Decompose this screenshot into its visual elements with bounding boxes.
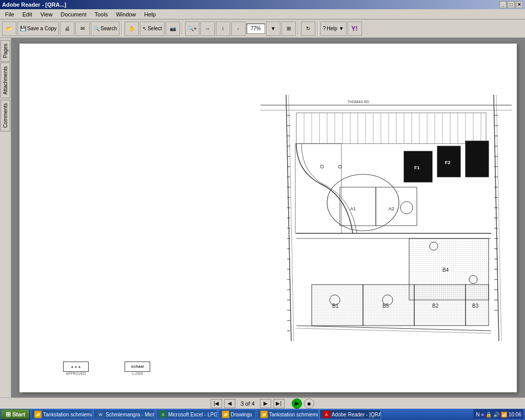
stamp-right: schaal 1-2506: [122, 362, 153, 377]
cursor-icon: ↖: [143, 26, 147, 31]
word-icon: W: [97, 411, 104, 418]
select-label: Select: [148, 26, 162, 31]
taskbar-label-2: Microsoft Excel - LPG Sc...: [168, 412, 217, 417]
window-controls: _ □ ✕: [499, 1, 523, 8]
svg-point-86: [400, 202, 413, 214]
taskbar-item-3[interactable]: 📁 Drawings: [218, 409, 256, 419]
rotate-button[interactable]: ↻: [301, 22, 315, 36]
help-label: Help ▼: [327, 26, 344, 31]
taskbar-item-0[interactable]: 📁 Tankstation schmieman ...: [31, 409, 92, 419]
separator-3: [298, 23, 299, 35]
taskbar-label-0: Tankstation schmieman ...: [43, 412, 92, 417]
svg-rect-82: [340, 187, 376, 226]
separator-4: [317, 23, 318, 35]
zoom-input[interactable]: [247, 24, 265, 34]
save-copy-button[interactable]: 💾 Save a Copy: [17, 22, 59, 36]
menu-help[interactable]: Help: [141, 10, 159, 18]
last-page-button[interactable]: ▶|: [273, 399, 285, 408]
stamp-right-text: 1-2506: [132, 372, 143, 375]
yahoo-button[interactable]: Y!: [348, 22, 362, 36]
taskbar-label-5: Adobe Reader - [QRA...: [332, 412, 381, 417]
taskbar-item-4[interactable]: 📁 Tankstation schmieman ...: [257, 409, 318, 419]
svg-text:B4: B4: [442, 267, 449, 273]
minimize-button[interactable]: _: [499, 1, 507, 8]
svg-text:A1: A1: [350, 206, 356, 211]
rotate-icon: ↻: [306, 26, 310, 31]
stamp-logo-right: schaal: [125, 362, 150, 372]
select-button[interactable]: ↖ Select: [140, 22, 165, 36]
document-page: THOMAS RD: [19, 44, 517, 392]
zoom-out2-button[interactable]: -: [231, 22, 246, 36]
email-icon: ✉: [80, 26, 85, 31]
plus-icon: ▼: [271, 26, 276, 31]
titlebar: Adobe Reader - [QRA...] _ □ ✕: [0, 0, 525, 9]
svg-text:B2: B2: [432, 303, 439, 309]
taskbar-items: 📁 Tankstation schmieman ... W Schmiemang…: [31, 409, 472, 419]
pages-tab[interactable]: Pages: [1, 40, 10, 62]
hand-icon: ✋: [129, 26, 135, 31]
menu-file[interactable]: File: [2, 10, 17, 18]
menu-tools[interactable]: Tools: [92, 10, 111, 18]
play-button[interactable]: ▶: [292, 398, 302, 409]
snapshot-icon: 📷: [170, 26, 176, 31]
attachments-tab[interactable]: Attachments: [1, 63, 10, 98]
maximize-button[interactable]: □: [508, 1, 515, 8]
main-area: Pages Attachments Comments THOMAS RD: [0, 38, 525, 397]
menu-window[interactable]: Window: [113, 10, 139, 18]
menu-edit[interactable]: Edit: [19, 10, 35, 18]
svg-text:THOMAS RD: THOMAS RD: [348, 100, 369, 104]
zoom-in-icon: 🔍+: [188, 26, 197, 31]
email-button[interactable]: ✉: [75, 22, 90, 36]
comments-tab[interactable]: Comments: [1, 99, 10, 131]
search-label: Search: [100, 26, 117, 31]
tray-icon-4: 🔊: [493, 412, 499, 417]
help-icon: ?: [323, 26, 326, 31]
next-page-button[interactable]: ▶: [260, 399, 271, 408]
taskbar-item-2[interactable]: X Microsoft Excel - LPG Sc...: [156, 409, 217, 419]
zoom-in2-button[interactable]: ▼: [266, 22, 280, 36]
document-area: THOMAS RD: [11, 38, 525, 397]
minus-icon: -: [237, 26, 239, 31]
taskbar-item-5[interactable]: A Adobe Reader - [QRA...: [319, 409, 381, 419]
stamp-left-text: APPROVED: [66, 372, 86, 375]
svg-rect-84: [376, 187, 417, 226]
start-button[interactable]: ⊞ Start: [1, 409, 30, 419]
print-button[interactable]: 🖨: [60, 22, 74, 36]
hand-tool-button[interactable]: ✋: [125, 22, 139, 36]
menu-document[interactable]: Document: [57, 10, 89, 18]
svg-rect-81: [466, 141, 489, 177]
svg-point-105: [338, 165, 341, 168]
taskbar-label-3: Drawings: [231, 412, 252, 417]
toolbar: 📂 💾 Save a Copy 🖨 ✉ 🔍 Search ✋ ↖ Select …: [0, 19, 525, 38]
stamp-left: ▲▲▲ APPROVED: [60, 362, 91, 377]
folder-icon-3: 📁: [222, 411, 229, 418]
stop-button[interactable]: ■: [304, 398, 314, 409]
search-button[interactable]: 🔍 Search: [91, 22, 119, 36]
fit-page-icon: ↕: [221, 26, 224, 31]
help-button[interactable]: ? Help ▼: [320, 22, 347, 36]
close-button[interactable]: ✕: [516, 1, 523, 8]
tray-icon-5: 📶: [501, 412, 507, 417]
page-stamps: ▲▲▲ APPROVED schaal 1-2506: [60, 362, 153, 377]
actual-size-button[interactable]: ⊞: [281, 22, 296, 36]
start-label: Start: [12, 411, 25, 417]
fit-width-icon: ↔: [205, 26, 210, 31]
zoom-out-button[interactable]: ↔: [200, 22, 215, 36]
first-page-button[interactable]: |◀: [211, 399, 222, 408]
yahoo-icon: Y!: [352, 25, 358, 32]
prev-page-button[interactable]: ◀: [224, 399, 235, 408]
zoom-in-button[interactable]: 🔍+: [185, 22, 199, 36]
print-icon: 🖨: [65, 26, 70, 31]
tray-icon-1: N: [476, 412, 479, 417]
tray-icon-2: «: [481, 412, 484, 417]
taskbar-item-1[interactable]: W Schmiemangra - Microso...: [93, 409, 155, 419]
windows-icon: ⊞: [6, 411, 11, 418]
menu-view[interactable]: View: [37, 10, 56, 18]
svg-text:F1: F1: [414, 165, 420, 170]
fit-page-button[interactable]: ↕: [216, 22, 230, 36]
snapshot-button[interactable]: 📷: [166, 22, 180, 36]
open-button[interactable]: 📂: [2, 22, 16, 36]
site-plan-drawing: THOMAS RD: [260, 95, 512, 341]
navigation-bar: |◀ ◀ 3 of 4 ▶ ▶| ▶ ■: [0, 397, 525, 409]
folder-icon-4: 📁: [260, 411, 268, 418]
